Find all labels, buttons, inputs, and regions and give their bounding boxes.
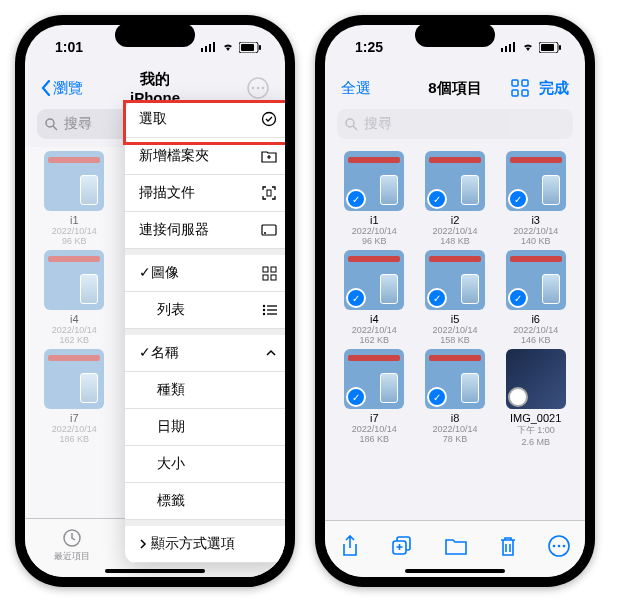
phone-left: 1:01 瀏覽 我的 iPhone 搜尋 i12022/10/1496 KBi4… (15, 15, 295, 587)
file-name: i7 (370, 412, 379, 424)
menu-sort-size[interactable]: 大小 (125, 446, 285, 483)
selected-check-icon: ✓ (508, 189, 528, 209)
menu-label: 日期 (139, 418, 185, 436)
select-all-button[interactable]: 全選 (341, 79, 417, 98)
file-thumbnail: ✓ (425, 349, 485, 409)
file-name: i1 (370, 214, 379, 226)
svg-rect-39 (522, 90, 528, 96)
menu-select[interactable]: 選取 (125, 101, 285, 138)
menu-label: 大小 (139, 455, 185, 473)
search-icon (345, 118, 358, 131)
file-item[interactable]: ✓i42022/10/14162 KB (335, 250, 414, 345)
file-item[interactable]: ✓i32022/10/14140 KB (496, 151, 575, 246)
file-item[interactable]: ✓i52022/10/14158 KB (416, 250, 495, 345)
menu-view-icons[interactable]: ✓圖像 (125, 249, 285, 292)
trash-icon[interactable] (499, 535, 517, 557)
menu-label: 圖像 (151, 264, 179, 280)
move-folder-icon[interactable] (444, 536, 468, 556)
file-item[interactable]: IMG_0021下午 1:002.6 MB (496, 349, 575, 447)
menu-new-folder[interactable]: 新增檔案夾 (125, 138, 285, 175)
home-indicator[interactable] (105, 569, 205, 573)
grid-view-icon[interactable] (511, 79, 529, 97)
dynamic-island (415, 23, 495, 47)
file-item[interactable]: ✓i12022/10/1496 KB (335, 151, 414, 246)
selected-check-icon: ✓ (346, 288, 366, 308)
search-input: 搜尋 (337, 109, 573, 139)
menu-label: 名稱 (151, 344, 179, 360)
svg-point-45 (557, 545, 560, 548)
file-date: 2022/10/14 (432, 226, 477, 236)
svg-rect-30 (505, 46, 507, 52)
search-icon (45, 118, 58, 131)
tab-recent[interactable]: 最近項目 (54, 527, 90, 563)
svg-rect-19 (263, 267, 268, 272)
svg-point-11 (46, 119, 54, 127)
file-thumbnail: ✓ (425, 151, 485, 211)
file-date: 2022/10/14 (352, 424, 397, 434)
file-name: i6 (531, 313, 540, 325)
more-icon[interactable] (247, 77, 269, 99)
menu-sort-name[interactable]: ✓名稱 (125, 329, 285, 372)
svg-rect-32 (513, 42, 515, 52)
svg-rect-2 (209, 44, 211, 52)
menu-display-options[interactable]: 顯示方式選項 (125, 520, 285, 563)
svg-rect-22 (271, 275, 276, 280)
svg-rect-29 (501, 48, 503, 52)
svg-point-15 (263, 113, 276, 126)
svg-point-27 (263, 313, 265, 315)
menu-scan[interactable]: 掃描文件 (125, 175, 285, 212)
file-size: 158 KB (440, 335, 470, 345)
menu-label: 種類 (139, 381, 185, 399)
svg-rect-6 (259, 45, 261, 50)
file-item[interactable]: ✓i82022/10/1478 KB (416, 349, 495, 447)
menu-label: 連接伺服器 (139, 221, 209, 239)
file-name: i4 (370, 313, 379, 325)
svg-rect-35 (559, 45, 561, 50)
file-name: i2 (451, 214, 460, 226)
wifi-icon (221, 42, 235, 52)
dynamic-island (115, 23, 195, 47)
status-icons (501, 42, 561, 53)
svg-point-44 (552, 545, 555, 548)
file-item[interactable]: ✓i62022/10/14146 KB (496, 250, 575, 345)
menu-connect-server[interactable]: 連接伺服器 (125, 212, 285, 249)
unselected-circle-icon (508, 387, 528, 407)
menu-sort-kind[interactable]: 種類 (125, 372, 285, 409)
file-item[interactable]: ✓i72022/10/14186 KB (335, 349, 414, 447)
wifi-icon (521, 42, 535, 52)
home-indicator[interactable] (405, 569, 505, 573)
svg-rect-34 (541, 44, 554, 51)
svg-rect-21 (263, 275, 268, 280)
menu-sort-tags[interactable]: 標籤 (125, 483, 285, 520)
done-button[interactable]: 完成 (539, 79, 569, 98)
file-thumbnail: ✓ (506, 250, 566, 310)
chevron-left-icon (41, 80, 51, 96)
chevron-right-icon (139, 538, 147, 550)
menu-view-list[interactable]: 列表 (125, 292, 285, 329)
menu-label: 選取 (139, 110, 167, 128)
file-size: 78 KB (443, 434, 468, 444)
svg-rect-37 (522, 80, 528, 86)
svg-rect-31 (509, 44, 511, 52)
file-date: 2022/10/14 (352, 226, 397, 236)
file-date: 2022/10/14 (352, 325, 397, 335)
search-placeholder: 搜尋 (64, 115, 92, 133)
file-item[interactable]: ✓i22022/10/14148 KB (416, 151, 495, 246)
chevron-up-icon (265, 349, 277, 357)
phone-right: 1:25 全選 8個項目 完成 搜尋 ✓i12022/10/1496 KB✓i2… (315, 15, 595, 587)
selected-check-icon: ✓ (346, 189, 366, 209)
svg-rect-20 (271, 267, 276, 272)
menu-label: 顯示方式選項 (151, 535, 235, 553)
file-thumbnail: ✓ (344, 349, 404, 409)
file-date: 2022/10/14 (432, 325, 477, 335)
back-button[interactable]: 瀏覽 (41, 79, 117, 98)
svg-point-46 (562, 545, 565, 548)
svg-rect-17 (262, 225, 276, 235)
menu-sort-date[interactable]: 日期 (125, 409, 285, 446)
more-icon[interactable] (548, 535, 570, 557)
share-icon[interactable] (340, 535, 360, 557)
grid-icon (262, 266, 277, 281)
folder-plus-icon (261, 149, 277, 163)
duplicate-icon[interactable] (391, 535, 413, 557)
svg-point-23 (263, 305, 265, 307)
